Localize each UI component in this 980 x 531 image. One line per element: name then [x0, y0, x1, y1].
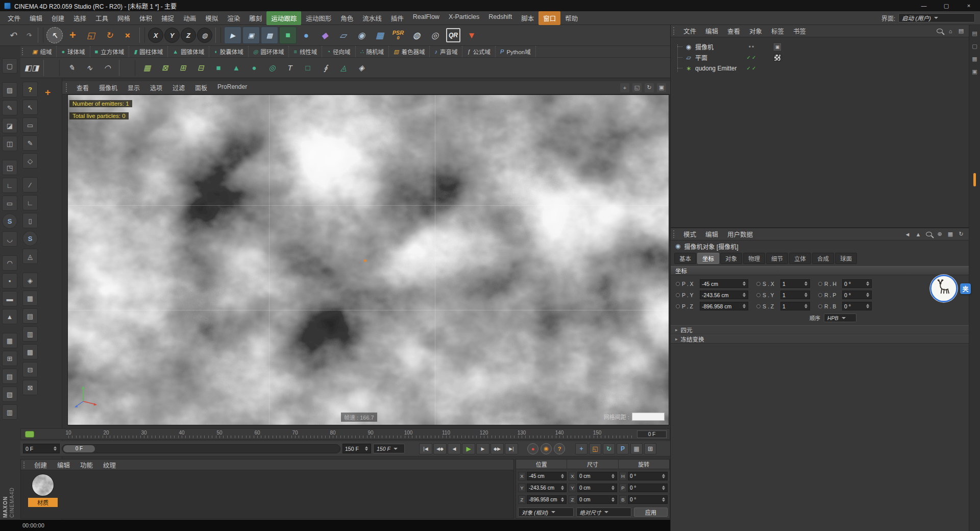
pattern-grid-icon[interactable]: ▧	[2, 387, 17, 402]
drag-handle[interactable]	[22, 48, 25, 55]
python-field-button[interactable]: P Python域	[496, 46, 536, 57]
volume-menu-button[interactable]: ◍	[408, 27, 425, 44]
grid-c-icon[interactable]: ▥	[22, 326, 38, 342]
frame-range-dropdown[interactable]: 150 F	[373, 444, 405, 453]
make-editable-button[interactable]: ◧◨	[23, 60, 40, 76]
maximize-button[interactable]: ▢	[935, 0, 958, 11]
menu-item[interactable]: 编辑	[25, 11, 47, 25]
axis-lock-tool[interactable]: +	[119, 27, 136, 44]
cell-grid-icon[interactable]: ▥	[2, 404, 17, 420]
mouse-tool-icon[interactable]: ▯	[22, 213, 38, 228]
separator[interactable]	[139, 28, 145, 43]
interface-dropdown[interactable]: 启动 (用户)	[898, 13, 975, 22]
position-input[interactable]: -45 cm	[527, 472, 567, 480]
rotation-input[interactable]: 0 °	[628, 472, 668, 480]
x-axis-lock-button[interactable]: X	[148, 28, 163, 43]
object-manager-menu-item[interactable]: 编辑	[701, 25, 723, 37]
emitter-object-icon[interactable]: ∗	[684, 65, 693, 72]
accent-marker[interactable]	[973, 173, 976, 186]
instance-generator-button[interactable]: ⊞	[175, 60, 191, 76]
random-field-button[interactable]: ∴ 随机域	[356, 46, 389, 57]
keyframe-dot[interactable]	[676, 293, 680, 297]
separator[interactable]	[119, 60, 135, 76]
object-manager-menu-item[interactable]: 书签	[789, 25, 811, 37]
help-icon[interactable]: ?	[22, 82, 38, 97]
boole-generator-button[interactable]: ⊠	[157, 60, 173, 76]
measure-tool-icon[interactable]: ∟	[22, 195, 38, 210]
menu-item[interactable]: 模拟	[201, 11, 223, 25]
pan-view-icon[interactable]: +	[620, 83, 629, 92]
material-name[interactable]: 材质	[28, 498, 58, 507]
attribute-tab[interactable]: 细节	[766, 253, 788, 264]
qr-code-button[interactable]: QR	[446, 28, 460, 42]
sketch-spline-button[interactable]: ∿	[81, 60, 97, 76]
axis-center-icon[interactable]: +	[45, 87, 51, 98]
position-input[interactable]: -243.56 cm	[527, 484, 567, 492]
search-icon[interactable]	[926, 232, 932, 236]
menu-item[interactable]: RealFlow	[408, 11, 444, 25]
object-tag[interactable]	[774, 54, 781, 61]
mouse-input-icon[interactable]: ▭	[2, 196, 17, 211]
menu-item[interactable]: 工具	[91, 11, 113, 25]
autokeying-button[interactable]: ◉	[541, 443, 552, 454]
rotation-value-input[interactable]: 0 °	[842, 279, 872, 288]
quantize-grid-icon[interactable]: ⊞	[2, 351, 17, 366]
menu-item[interactable]: 网格	[113, 11, 135, 25]
menu-item[interactable]: 动画	[179, 11, 201, 25]
rotate-tool[interactable]: ↻	[101, 27, 118, 44]
ruler-tool-icon[interactable]: ∟	[2, 178, 17, 193]
box-tool-icon[interactable]: ◫	[2, 136, 17, 151]
group-field-button[interactable]: ▣ 组域	[28, 46, 57, 57]
floating-watermark[interactable]: 夹	[929, 274, 971, 303]
rotation-input[interactable]: 0 °	[628, 495, 668, 504]
expand-triangle-icon[interactable]: ▸	[675, 327, 678, 332]
grid-b-icon[interactable]: ▤	[22, 308, 38, 324]
collapsed-section[interactable]: ▸ 冻结变换	[671, 334, 969, 344]
next-key-button[interactable]: ◆▶	[491, 443, 504, 454]
grid-e-icon[interactable]: ⊟	[22, 362, 38, 377]
record-scale-toggle[interactable]: ◱	[589, 443, 601, 454]
keyframe-dot[interactable]	[756, 304, 761, 308]
edges-mode-icon[interactable]: ▬	[2, 291, 17, 306]
subdivision-surface-button[interactable]: ●	[298, 27, 315, 44]
material-menu-item[interactable]: 纹理	[98, 458, 121, 471]
rotation-value-input[interactable]: 0 °	[842, 302, 872, 310]
linear-field-button[interactable]: ≡ 线性域	[289, 46, 322, 57]
menu-item[interactable]: 创建	[47, 11, 69, 25]
nav-up-icon[interactable]: ▲	[915, 231, 921, 237]
menu-item[interactable]: 选择	[69, 11, 91, 25]
keyframe-options-button[interactable]: ?	[554, 443, 565, 454]
menu-item[interactable]: 脚本	[517, 11, 538, 25]
attribute-tab[interactable]: 物理	[743, 253, 765, 264]
rectangle-select-icon[interactable]: ▭	[22, 117, 38, 133]
badge-tab[interactable]: 夹	[960, 283, 971, 294]
material-menu-item[interactable]: 编辑	[52, 458, 75, 471]
keyframe-dot[interactable]	[818, 293, 822, 297]
cube-outline-button[interactable]: □	[300, 60, 316, 76]
scale-value-input[interactable]: 1	[780, 279, 810, 288]
attribute-tab[interactable]: 球面	[835, 253, 857, 264]
select-arrow-icon[interactable]: ↖	[22, 100, 38, 115]
filter-icon[interactable]: ⊕	[937, 231, 943, 237]
info-tab-icon[interactable]: ▣	[972, 68, 977, 75]
spline-pen-icon[interactable]: ✎	[22, 135, 38, 151]
uv-grid-icon[interactable]: ▤	[2, 369, 17, 384]
expand-triangle-icon[interactable]: ▸	[675, 336, 678, 342]
close-button[interactable]: ×	[958, 0, 980, 11]
drag-handle[interactable]	[673, 230, 676, 238]
undo-button[interactable]: ↶	[4, 27, 21, 44]
dynamics-menu-button[interactable]: ◎	[426, 27, 444, 44]
helix-spline-button[interactable]: ∮	[317, 60, 334, 76]
live-selection-tool[interactable]: ↖	[46, 27, 63, 43]
position-input[interactable]: -896.958 cm	[527, 495, 567, 504]
coordinates-section-header[interactable]: 坐标	[671, 266, 969, 275]
object-manager-menu-item[interactable]: 对象	[745, 25, 767, 37]
spinner-icon[interactable]	[364, 445, 369, 452]
list-view-icon[interactable]: ▦	[947, 231, 953, 237]
collapsed-section[interactable]: ▸ 四元	[671, 325, 969, 334]
menu-item[interactable]: 渲染	[223, 11, 244, 25]
size-input[interactable]: 0 cm	[577, 495, 617, 504]
formula-field-button[interactable]: ƒ 公式域	[462, 46, 496, 57]
browser-tab-icon[interactable]: ▢	[972, 43, 977, 50]
grid-d-icon[interactable]: ▩	[22, 344, 38, 359]
